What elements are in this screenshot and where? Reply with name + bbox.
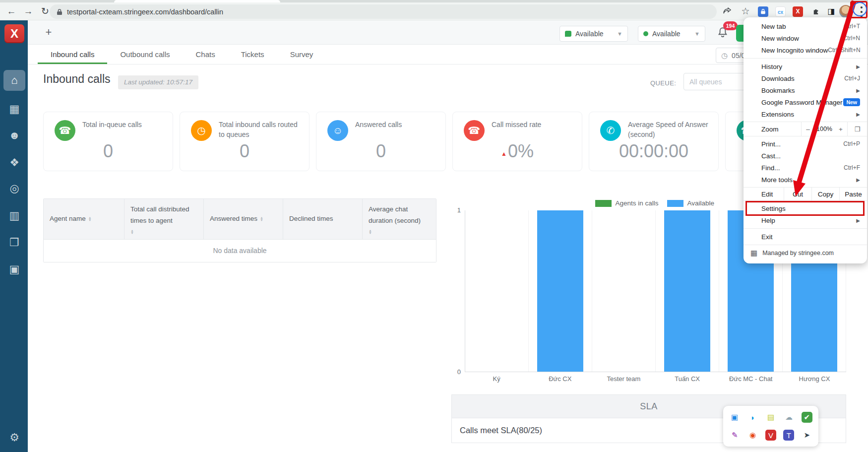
sort-icon[interactable]: ▲▼: [130, 229, 134, 234]
sidebar-item-settings[interactable]: ⚙: [3, 427, 25, 448]
tab-survey[interactable]: Survey: [277, 45, 326, 64]
sidebar-item-products[interactable]: ▣: [3, 259, 25, 280]
menu-item-new-window[interactable]: New windowCtrl+N: [744, 32, 867, 44]
menu-item-more-tools[interactable]: More tools▶: [744, 174, 867, 186]
menu-item-print-[interactable]: Print...Ctrl+P: [744, 138, 867, 150]
y-tick-min: 0: [453, 368, 461, 376]
menu-shortcut: Ctrl+Shift+N: [828, 47, 860, 54]
stat-value: 0: [180, 141, 309, 162]
conversations-icon: ❐: [9, 236, 19, 249]
column-header[interactable]: Total call distributed times to agent▲▼: [124, 199, 204, 239]
fullscreen-icon[interactable]: ❒: [847, 122, 867, 136]
submenu-arrow-icon: ▶: [856, 177, 860, 183]
sidebar-item-pbx-directory[interactable]: ▦: [3, 99, 25, 120]
side-panel-icon[interactable]: ◨: [824, 4, 838, 19]
tray-app-icon[interactable]: ◗: [747, 412, 758, 423]
menu-item-help[interactable]: Help▶: [744, 214, 867, 226]
menu-item-cast-[interactable]: Cast...: [744, 150, 867, 162]
x-axis-label: Tuấn CX: [656, 375, 719, 383]
zoom-out-button[interactable]: –: [802, 126, 814, 133]
reports-icon: ▥: [9, 209, 20, 222]
extensions-puzzle-icon[interactable]: [808, 4, 822, 19]
column-header[interactable]: Average chat duration (second)▲▼: [363, 199, 435, 239]
sidebar-item-home[interactable]: ⌂: [3, 70, 25, 91]
tab-outbound-calls[interactable]: Outbound calls: [107, 45, 183, 64]
legend-label: Available: [687, 199, 714, 207]
menu-item-history[interactable]: History▶: [744, 61, 867, 72]
menu-item-label: More tools: [761, 176, 856, 184]
column-header[interactable]: Answered times▲▼: [204, 199, 283, 239]
menu-item-bookmarks[interactable]: Bookmarks▶: [744, 84, 867, 96]
menu-item-label: History: [761, 63, 856, 70]
forward-icon[interactable]: →: [21, 4, 36, 19]
tray-app-icon[interactable]: ➤: [802, 430, 812, 441]
bar-available[interactable]: [537, 210, 584, 372]
share-icon[interactable]: [720, 4, 734, 19]
zoom-in-button[interactable]: +: [834, 126, 847, 133]
password-extension-icon[interactable]: [758, 6, 768, 17]
chart-category-cell: [529, 210, 592, 372]
sidebar-item-contacts[interactable]: ☻: [3, 125, 25, 146]
menu-item-new-incognito-window[interactable]: New Incognito windowCtrl+Shift+N: [744, 44, 867, 56]
column-header[interactable]: Declined times: [283, 199, 363, 239]
edit-action-copy[interactable]: Copy: [811, 188, 839, 200]
tray-app-icon[interactable]: ✔: [802, 412, 812, 423]
menu-item-label: Help: [761, 217, 856, 224]
menu-shortcut: Ctrl+F: [844, 164, 860, 171]
new-tab-plus-button[interactable]: +: [41, 24, 57, 40]
menu-item-find-[interactable]: Find...Ctrl+F: [744, 162, 867, 174]
bar-available[interactable]: [664, 210, 711, 372]
menu-item-downloads[interactable]: DownloadsCtrl+J: [744, 72, 867, 84]
tray-app-icon[interactable]: ◉: [747, 430, 758, 441]
stat-icon: ◷: [191, 120, 212, 141]
menu-item-new-tab[interactable]: New tabCtrl+T: [744, 20, 867, 32]
menu-item-extensions[interactable]: Extensions▶: [744, 108, 867, 120]
contacts-icon: ☻: [8, 129, 20, 142]
bookmark-star-icon[interactable]: ☆: [739, 4, 752, 19]
edit-action-cut[interactable]: Cut: [784, 188, 811, 200]
menu-item-settings[interactable]: Settings: [744, 202, 867, 214]
tray-app-icon[interactable]: ☁: [783, 412, 794, 423]
tray-app-icon[interactable]: T: [783, 430, 794, 441]
call-status-dropdown[interactable]: Available ▼: [559, 26, 628, 42]
menu-item-label: Bookmarks: [761, 87, 856, 94]
table-header: Agent name▲▼Total call distributed times…: [44, 199, 436, 239]
menu-item-google-password-manager[interactable]: Google Password ManagerNew: [744, 96, 867, 108]
gear-icon: ⚙: [9, 431, 19, 444]
stringeex-extension-icon[interactable]: X: [793, 6, 803, 17]
stat-card-3: ☎Call missed rate▲0%: [452, 112, 582, 171]
sidebar-item-tags[interactable]: ❖: [3, 152, 25, 173]
stat-card-0: ☎Total in-queue calls0: [43, 112, 173, 171]
cx-extension-icon[interactable]: cx: [775, 6, 786, 17]
menu-item-label: Downloads: [761, 75, 844, 82]
chevron-down-icon: ▼: [694, 31, 700, 37]
sidebar-item-campaigns[interactable]: ◎: [3, 178, 25, 199]
address-bar[interactable]: testportal-cxteam.stringeex.com/dashboar…: [50, 4, 717, 19]
products-icon: ▣: [9, 263, 20, 276]
last-updated-badge: Last updated: 10:57:17: [118, 75, 198, 89]
tray-app-icon[interactable]: ✎: [729, 430, 740, 441]
column-header[interactable]: Agent name▲▼: [44, 199, 124, 239]
sort-icon[interactable]: ▲▼: [88, 216, 92, 221]
sidebar-item-conversations[interactable]: ❐: [3, 232, 25, 253]
tab-tickets[interactable]: Tickets: [228, 45, 277, 64]
sort-icon[interactable]: ▲▼: [369, 229, 372, 234]
annotation-box-settings: [745, 201, 865, 216]
stat-icon: ☎: [55, 120, 75, 141]
chat-status-dropdown[interactable]: Available ▼: [638, 26, 705, 42]
stat-card-1: ◷Total inbound calls routed to queues0: [180, 112, 310, 171]
menu-item-exit[interactable]: Exit: [744, 231, 867, 243]
tray-app-icon[interactable]: ▤: [765, 412, 776, 423]
column-label: Agent name: [50, 213, 86, 225]
chart-legend: Agents in callsAvailable: [595, 199, 714, 207]
back-icon[interactable]: ←: [4, 4, 19, 19]
queue-label: QUEUE:: [650, 79, 676, 87]
sort-icon[interactable]: ▲▼: [260, 216, 263, 221]
tab-chats[interactable]: Chats: [183, 45, 228, 64]
chat-status-label: Available: [652, 30, 681, 38]
edit-action-paste[interactable]: Paste: [839, 188, 867, 200]
tray-app-icon[interactable]: V: [765, 430, 776, 441]
sidebar-item-reports[interactable]: ▥: [3, 205, 25, 226]
tray-app-icon[interactable]: ▣: [729, 412, 740, 423]
tab-inbound-calls[interactable]: Inbound calls: [38, 45, 107, 64]
